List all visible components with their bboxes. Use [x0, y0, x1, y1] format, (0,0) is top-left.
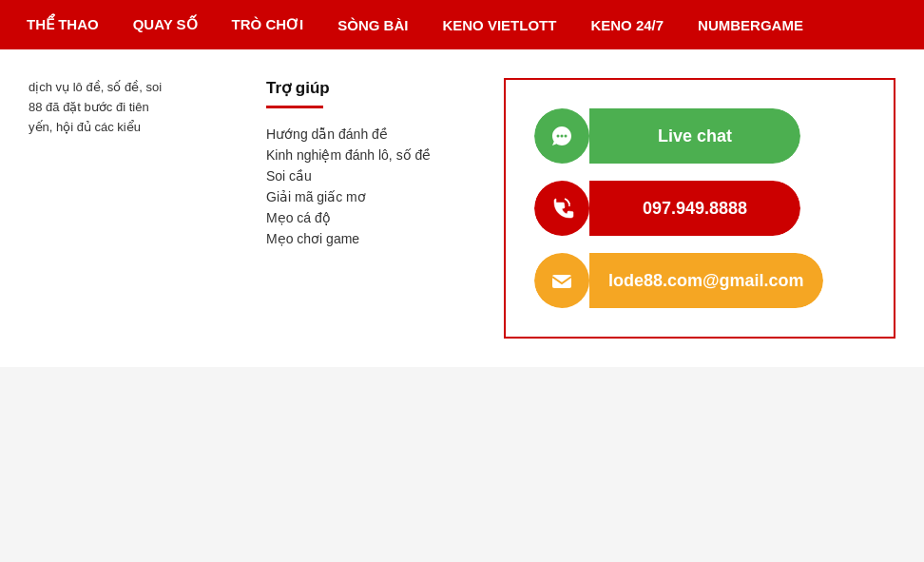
title-underline: [266, 106, 323, 108]
nav-item-tro-choi[interactable]: TRÒ CHƠI: [215, 0, 321, 49]
main-content: dịch vụ lô đề, số đề, soi88 đã đặt bước …: [0, 49, 924, 367]
menu-item-giai-ma[interactable]: Giải mã giấc mơ: [266, 186, 475, 207]
svg-rect-5: [552, 275, 571, 288]
contact-box: Live chat 097.949.8888 lode88.com@gma: [504, 78, 895, 339]
nav-item-keno-247[interactable]: KENO 24/7: [573, 0, 681, 49]
nav-item-keno-vietlott[interactable]: KENO VIETLOTT: [425, 0, 573, 49]
tro-giup-section: Trợ giúp Hướng dẫn đánh đề Kinh nghiệm đ…: [266, 68, 475, 348]
menu-item-soi-cau[interactable]: Soi cầu: [266, 165, 475, 186]
chat-icon: [549, 123, 575, 149]
phone-button[interactable]: 097.949.8888: [534, 181, 800, 236]
menu-item-meo-choi-game[interactable]: Mẹo chơi game: [266, 228, 475, 249]
navbar: THỂ THAO QUAY SỐ TRÒ CHƠI SÒNG BÀI KENO …: [0, 0, 924, 49]
livechat-button[interactable]: Live chat: [534, 108, 800, 164]
nav-item-song-bai[interactable]: SÒNG BÀI: [320, 0, 425, 49]
email-button[interactable]: lode88.com@gmail.com: [534, 253, 823, 308]
livechat-icon-circle: [534, 108, 589, 164]
nav-item-the-thao[interactable]: THỂ THAO: [10, 0, 116, 49]
menu-item-meo-ca-do[interactable]: Mẹo cá độ: [266, 207, 475, 228]
email-icon: [549, 267, 575, 294]
left-column: dịch vụ lô đề, số đề, soi88 đã đặt bước …: [29, 68, 238, 348]
tro-giup-menu: Hướng dẫn đánh đề Kinh nghiệm đánh lô, s…: [266, 124, 475, 249]
tro-giup-title: Trợ giúp: [266, 78, 475, 98]
menu-item-kinh-nghiem[interactable]: Kinh nghiệm đánh lô, số đề: [266, 145, 475, 165]
email-label: lode88.com@gmail.com: [589, 253, 823, 308]
email-icon-circle: [534, 253, 589, 308]
svg-point-2: [557, 135, 560, 138]
phone-icon-circle: [534, 181, 589, 236]
svg-point-3: [561, 135, 564, 138]
menu-item-huong-dan[interactable]: Hướng dẫn đánh đề: [266, 124, 475, 145]
nav-item-quay-so[interactable]: QUAY SỐ: [116, 0, 215, 49]
svg-point-4: [565, 135, 568, 138]
phone-icon: [549, 195, 575, 222]
nav-item-numbergame[interactable]: NUMBERGAME: [681, 0, 820, 49]
left-description: dịch vụ lô đề, số đề, soi88 đã đặt bước …: [29, 78, 238, 137]
livechat-label: Live chat: [589, 108, 800, 164]
phone-label: 097.949.8888: [589, 181, 800, 236]
